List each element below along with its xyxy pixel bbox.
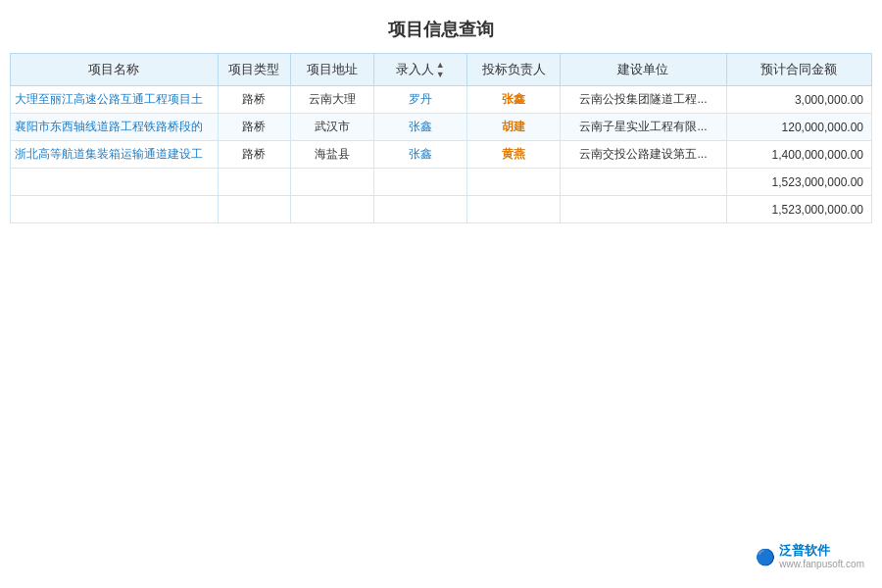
- table-row: 大理至丽江高速公路互通工程项目土路桥云南大理罗丹张鑫云南公投集团隧道工程...3…: [11, 86, 872, 114]
- total-empty-cell: [218, 196, 290, 223]
- cell-project-type: 路桥: [218, 141, 290, 169]
- subtotal-empty-cell: [561, 169, 726, 196]
- subtotal-row: 1,523,000,000.00: [11, 169, 872, 196]
- cell-bidder[interactable]: 张鑫: [466, 86, 560, 114]
- table-header-row: 项目名称 项目类型 项目地址 录入人 ▲▼ 投标负责人 建设单位 预计合同金额: [11, 54, 872, 86]
- cell-project-address: 云南大理: [290, 86, 373, 114]
- total-row: 1,523,000,000.00: [11, 196, 872, 223]
- table-row: 浙北高等航道集装箱运输通道建设工路桥海盐县张鑫黄燕云南交投公路建设第五...1,…: [11, 141, 872, 169]
- logo-text: 泛普软件 www.fanpusoft.com: [779, 543, 864, 570]
- total-empty-cell: [290, 196, 373, 223]
- page-title: 项目信息查询: [0, 0, 882, 53]
- cell-amount: 1,400,000,000.00: [726, 141, 871, 169]
- cell-amount: 3,000,000.00: [726, 86, 871, 114]
- table-container: 项目名称 项目类型 项目地址 录入人 ▲▼ 投标负责人 建设单位 预计合同金额 …: [0, 53, 882, 223]
- total-amount: 1,523,000,000.00: [726, 196, 871, 223]
- cell-project-address: 海盐县: [290, 141, 373, 169]
- total-empty-cell: [373, 196, 466, 223]
- logo-icon: 🔵: [756, 548, 775, 566]
- cell-recorder[interactable]: 张鑫: [373, 141, 466, 169]
- cell-project-type: 路桥: [218, 114, 290, 141]
- cell-recorder[interactable]: 罗丹: [373, 86, 466, 114]
- cell-project-address: 武汉市: [290, 114, 373, 141]
- cell-bidder[interactable]: 胡建: [466, 114, 560, 141]
- cell-builder: 云南公投集团隧道工程...: [561, 86, 726, 114]
- sort-icon[interactable]: ▲▼: [436, 60, 445, 79]
- cell-amount: 120,000,000.00: [726, 114, 871, 141]
- total-empty-cell: [11, 196, 219, 223]
- header-amount: 预计合同金额: [726, 54, 871, 86]
- subtotal-empty-cell: [218, 169, 290, 196]
- subtotal-empty-cell: [290, 169, 373, 196]
- cell-recorder[interactable]: 张鑫: [373, 114, 466, 141]
- cell-project-type: 路桥: [218, 86, 290, 114]
- cell-builder: 云南交投公路建设第五...: [561, 141, 726, 169]
- subtotal-amount: 1,523,000,000.00: [726, 169, 871, 196]
- header-type: 项目类型: [218, 54, 290, 86]
- cell-builder: 云南子星实业工程有限...: [561, 114, 726, 141]
- total-empty-cell: [561, 196, 726, 223]
- header-name: 项目名称: [11, 54, 219, 86]
- table-row: 襄阳市东西轴线道路工程铁路桥段的路桥武汉市张鑫胡建云南子星实业工程有限...12…: [11, 114, 872, 141]
- footer-logo: 🔵 泛普软件 www.fanpusoft.com: [756, 543, 864, 570]
- project-table: 项目名称 项目类型 项目地址 录入人 ▲▼ 投标负责人 建设单位 预计合同金额 …: [10, 53, 872, 223]
- header-address: 项目地址: [290, 54, 373, 86]
- cell-project-name[interactable]: 浙北高等航道集装箱运输通道建设工: [11, 141, 219, 169]
- subtotal-empty-cell: [373, 169, 466, 196]
- header-bidder: 投标负责人: [466, 54, 560, 86]
- header-recorder: 录入人 ▲▼: [373, 54, 466, 86]
- header-builder: 建设单位: [561, 54, 726, 86]
- total-empty-cell: [466, 196, 560, 223]
- subtotal-empty-cell: [11, 169, 219, 196]
- cell-bidder[interactable]: 黄燕: [466, 141, 560, 169]
- subtotal-empty-cell: [466, 169, 560, 196]
- cell-project-name[interactable]: 襄阳市东西轴线道路工程铁路桥段的: [11, 114, 219, 141]
- cell-project-name[interactable]: 大理至丽江高速公路互通工程项目土: [11, 86, 219, 114]
